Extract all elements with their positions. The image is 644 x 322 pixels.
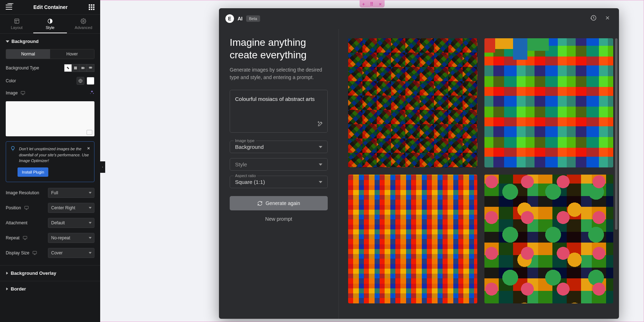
prompt-text: Colourful mosiacs of abstract arts <box>235 95 322 103</box>
responsive-icon[interactable] <box>24 205 29 210</box>
generate-again-button[interactable]: Generate again <box>230 196 328 210</box>
section-bg-overlay[interactable]: Background Overlay <box>0 265 100 281</box>
section-border[interactable]: Border <box>0 281 100 297</box>
chevron-down-icon <box>319 164 322 166</box>
style-select[interactable]: Style <box>230 158 328 171</box>
row-label: Repeat <box>6 235 20 240</box>
bg-type-classic[interactable] <box>64 64 72 72</box>
svg-rect-0 <box>15 19 19 23</box>
widgets-grid-icon[interactable] <box>89 4 94 10</box>
gear-icon <box>80 18 86 24</box>
select-value: Square (1:1) <box>235 179 322 185</box>
global-color-btn[interactable] <box>77 77 84 85</box>
state-hover[interactable]: Hover <box>50 49 94 59</box>
tab-label: Advanced <box>75 25 92 30</box>
repeat-select[interactable]: No-repeat <box>48 233 94 243</box>
drag-icon[interactable]: ⠿ <box>369 1 375 7</box>
close-icon[interactable] <box>87 145 91 152</box>
caret-down-icon <box>6 40 9 43</box>
refresh-icon <box>257 201 263 206</box>
ai-modal: E AI Beta Imagine anything create everyt… <box>219 8 619 319</box>
bg-type-label: Background Type <box>6 65 39 70</box>
menu-icon[interactable] <box>6 5 12 10</box>
tab-style[interactable]: Style <box>33 15 67 33</box>
row-label: Image Resolution <box>6 190 39 195</box>
row-label: Position <box>6 205 21 210</box>
color-swatch[interactable] <box>87 77 94 85</box>
responsive-icon[interactable] <box>32 250 37 255</box>
section-background[interactable]: Background <box>6 34 94 49</box>
optimizer-tip: Don't let unoptimized images be the down… <box>6 141 94 182</box>
svg-rect-8 <box>21 91 25 94</box>
state-normal[interactable]: Normal <box>6 49 50 59</box>
responsive-icon[interactable] <box>20 91 25 96</box>
display-size-select[interactable]: Cover <box>48 248 94 258</box>
select-value: Background <box>235 144 322 150</box>
sidebar-title: Edit Container <box>33 4 68 10</box>
svg-rect-3 <box>82 67 84 69</box>
generated-image[interactable] <box>348 38 477 167</box>
section-title: Border <box>11 286 26 292</box>
attachment-select[interactable]: Default <box>48 218 94 228</box>
section-title: Background <box>11 39 39 44</box>
svg-rect-2 <box>74 67 77 69</box>
elementor-logo-icon: E <box>225 14 234 23</box>
caret-right-icon <box>6 287 8 290</box>
svg-rect-9 <box>24 206 28 209</box>
color-label: Color <box>6 78 16 83</box>
chevron-down-icon <box>319 181 322 183</box>
svg-rect-4 <box>89 67 92 69</box>
ai-results-panel <box>339 29 619 319</box>
aspect-ratio-select[interactable]: Aspect ratio Square (1:1) <box>230 176 328 188</box>
panel-collapse-toggle[interactable] <box>100 161 105 173</box>
bg-type-gradient[interactable] <box>72 64 79 72</box>
row-label: Attachment <box>6 220 28 225</box>
ai-sparkle-icon[interactable] <box>89 90 94 96</box>
close-icon[interactable] <box>602 13 613 24</box>
section-title: Background Overlay <box>11 270 56 276</box>
close-icon[interactable]: × <box>377 1 384 7</box>
add-icon[interactable]: + <box>360 1 367 7</box>
tab-advanced[interactable]: Advanced <box>67 15 100 33</box>
image-resolution-select[interactable]: Full <box>48 188 94 198</box>
select-label: Image type <box>234 138 256 143</box>
enhance-prompt-icon[interactable] <box>317 121 323 128</box>
ai-title: AI <box>238 16 243 21</box>
history-icon[interactable] <box>588 13 599 25</box>
generated-image[interactable] <box>348 175 477 304</box>
responsive-icon[interactable] <box>23 235 28 240</box>
image-type-select[interactable]: Image type Background <box>230 141 328 153</box>
svg-point-1 <box>83 20 84 22</box>
layout-icon <box>14 18 20 24</box>
button-label: Generate again <box>265 200 300 206</box>
bg-type-video[interactable] <box>79 64 87 72</box>
lightbulb-icon <box>10 146 15 164</box>
tab-label: Layout <box>11 25 23 30</box>
bg-type-slideshow[interactable] <box>87 64 94 72</box>
svg-rect-11 <box>33 251 37 254</box>
beta-badge: Beta <box>246 15 260 22</box>
tip-text: Don't let unoptimized images be the down… <box>19 146 90 164</box>
svg-rect-5 <box>89 67 89 68</box>
select-label: Aspect ratio <box>234 174 257 178</box>
row-label: Display Size <box>6 250 29 255</box>
ai-controls-panel: Imagine anything create everything Gener… <box>219 29 339 319</box>
generated-image[interactable] <box>484 38 614 167</box>
scrollbar[interactable] <box>615 38 618 312</box>
install-plugin-button[interactable]: Install Plugin <box>18 167 48 177</box>
style-icon <box>47 18 53 24</box>
position-select[interactable]: Center Right <box>48 203 94 213</box>
tab-label: Style <box>46 25 54 30</box>
new-prompt-button[interactable]: New prompt <box>230 216 328 222</box>
canvas[interactable]: + ⠿ × E AI Beta <box>100 0 644 322</box>
ai-subtitle: Generate images by selecting the desired… <box>230 66 328 81</box>
tab-layout[interactable]: Layout <box>0 15 33 33</box>
image-upload-area[interactable] <box>6 101 94 136</box>
caret-right-icon <box>6 272 8 274</box>
prompt-input[interactable]: Colourful mosiacs of abstract arts <box>230 90 328 133</box>
svg-rect-10 <box>23 236 27 239</box>
svg-rect-6 <box>92 67 92 68</box>
chevron-down-icon <box>319 146 322 148</box>
generated-image[interactable] <box>484 175 614 304</box>
container-handle: + ⠿ × <box>360 0 385 8</box>
